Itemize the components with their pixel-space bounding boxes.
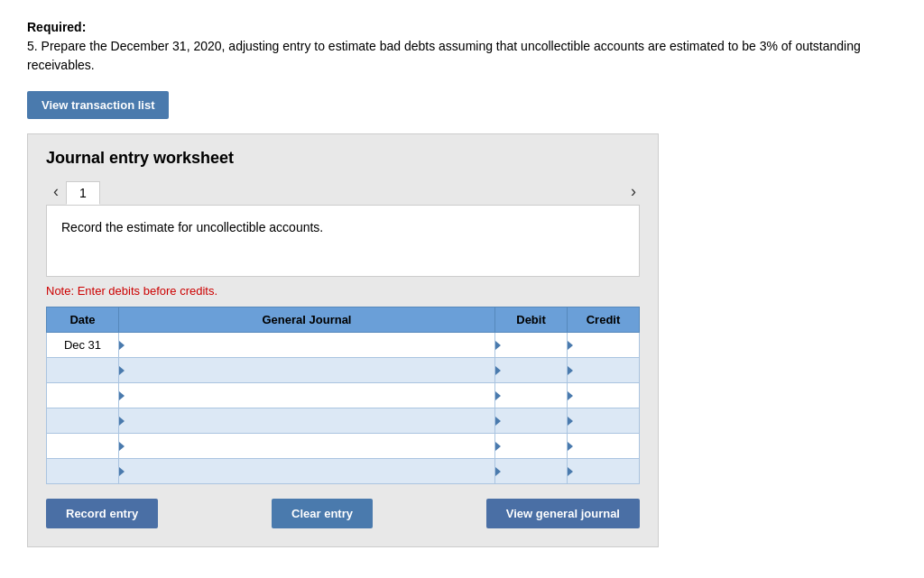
buttons-row: Record entry Clear entry View general jo… — [46, 499, 640, 528]
question-text: 5. Prepare the December 31, 2020, adjust… — [27, 39, 861, 72]
credit-input-2[interactable] — [568, 358, 639, 382]
debit-cell-1[interactable] — [495, 333, 568, 358]
credit-input-3[interactable] — [568, 383, 639, 408]
col-header-date: Date — [47, 307, 119, 333]
debit-cell-3[interactable] — [495, 383, 568, 408]
table-row — [47, 383, 640, 408]
date-cell-5 — [47, 434, 119, 459]
date-cell-3 — [47, 383, 119, 408]
journal-cell-3[interactable] — [119, 383, 495, 408]
tabs-left: ‹ 1 — [46, 179, 100, 205]
journal-input-4[interactable] — [119, 408, 494, 433]
debit-input-6[interactable] — [495, 459, 567, 483]
credit-cell-4[interactable] — [568, 408, 640, 434]
debit-input-2[interactable] — [495, 358, 567, 382]
view-transaction-button[interactable]: View transaction list — [27, 91, 169, 119]
date-cell-1: Dec 31 — [47, 333, 119, 358]
next-tab-button[interactable]: › — [624, 179, 640, 205]
journal-cell-4[interactable] — [119, 408, 495, 434]
credit-input-4[interactable] — [568, 408, 639, 433]
table-row — [47, 459, 640, 484]
table-row — [47, 358, 640, 383]
journal-input-6[interactable] — [119, 459, 494, 483]
credit-cell-6[interactable] — [568, 459, 640, 484]
debit-cell-6[interactable] — [495, 459, 568, 484]
required-heading: Required: — [27, 20, 86, 34]
instruction-text: Record the estimate for uncollectible ac… — [61, 220, 323, 234]
credit-cell-1[interactable] — [568, 333, 640, 358]
journal-cell-6[interactable] — [119, 459, 495, 484]
note-text: Note: Enter debits before credits. — [46, 284, 640, 298]
col-header-journal: General Journal — [119, 307, 495, 333]
table-row: Dec 31 — [47, 333, 640, 358]
worksheet-title: Journal entry worksheet — [46, 149, 640, 168]
debit-cell-2[interactable] — [495, 358, 568, 383]
table-row — [47, 408, 640, 434]
debit-input-3[interactable] — [495, 383, 567, 408]
credit-cell-2[interactable] — [568, 358, 640, 383]
worksheet-container: Journal entry worksheet ‹ 1 › Record the… — [27, 133, 659, 547]
credit-cell-3[interactable] — [568, 383, 640, 408]
clear-entry-button[interactable]: Clear entry — [272, 499, 373, 528]
tabs-row: ‹ 1 › — [46, 179, 640, 205]
journal-input-1[interactable] — [119, 333, 494, 357]
journal-cell-5[interactable] — [119, 434, 495, 459]
credit-input-1[interactable] — [568, 333, 639, 357]
journal-input-3[interactable] — [119, 383, 494, 408]
debit-input-4[interactable] — [495, 408, 567, 433]
debit-cell-5[interactable] — [495, 434, 568, 459]
col-header-debit: Debit — [495, 307, 568, 333]
journal-input-5[interactable] — [119, 434, 494, 458]
journal-cell-2[interactable] — [119, 358, 495, 383]
col-header-credit: Credit — [568, 307, 640, 333]
prev-tab-button[interactable]: ‹ — [46, 179, 66, 205]
date-cell-6 — [47, 459, 119, 484]
record-entry-button[interactable]: Record entry — [46, 499, 158, 528]
view-general-journal-button[interactable]: View general journal — [486, 499, 640, 528]
debit-input-1[interactable] — [495, 333, 567, 357]
journal-input-2[interactable] — [119, 358, 494, 382]
debit-cell-4[interactable] — [495, 408, 568, 434]
debit-input-5[interactable] — [495, 434, 567, 458]
tab-1[interactable]: 1 — [66, 181, 100, 205]
credit-cell-5[interactable] — [568, 434, 640, 459]
credit-input-5[interactable] — [568, 434, 639, 458]
journal-cell-1[interactable] — [119, 333, 495, 358]
required-section: Required: 5. Prepare the December 31, 20… — [27, 18, 897, 75]
credit-input-6[interactable] — [568, 459, 639, 483]
date-cell-2 — [47, 358, 119, 383]
journal-table: Date General Journal Debit Credit Dec 31 — [46, 307, 640, 484]
date-cell-4 — [47, 408, 119, 434]
instruction-box: Record the estimate for uncollectible ac… — [46, 205, 640, 277]
table-row — [47, 434, 640, 459]
